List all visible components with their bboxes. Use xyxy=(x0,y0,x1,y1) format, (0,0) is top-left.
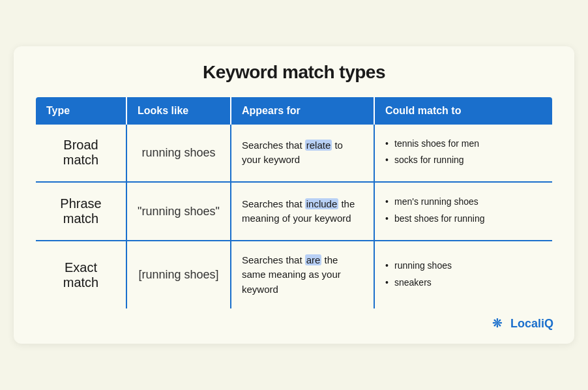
page-title: Keyword match types xyxy=(35,62,553,83)
table-body: Broad matchrunning shoesSearches that re… xyxy=(35,125,553,310)
table-header: Type Looks like Appears for Could match … xyxy=(35,97,553,125)
keyword-match-table: Type Looks like Appears for Could match … xyxy=(35,96,553,310)
cell-looks-like: running shoes xyxy=(126,125,231,183)
highlight-word: include xyxy=(305,198,339,209)
table-row: Broad matchrunning shoesSearches that re… xyxy=(35,125,553,183)
brand-logo: ❊ LocaliQ xyxy=(492,316,553,331)
cell-appears-for: Searches that are the same meaning as yo… xyxy=(231,241,374,310)
col-header-looks: Looks like xyxy=(126,97,231,125)
list-item: sneakers xyxy=(385,275,542,291)
brand-name: LocaliQ xyxy=(510,317,553,331)
list-item: socks for running xyxy=(385,153,542,168)
cell-type: Broad match xyxy=(35,125,126,183)
cell-type: Exact match xyxy=(35,241,126,310)
brand-icon: ❊ xyxy=(492,316,507,331)
highlight-word: relate xyxy=(305,140,332,151)
table-row: Phrase match"running shoes"Searches that… xyxy=(35,182,553,241)
cell-could-match: tennis shoes for mensocks for running xyxy=(374,125,553,183)
list-item: running shoes xyxy=(385,258,542,274)
list-item: men's running shoes xyxy=(385,194,542,210)
cell-type: Phrase match xyxy=(35,182,126,241)
col-header-type: Type xyxy=(35,97,126,125)
footer: ❊ LocaliQ xyxy=(35,316,553,331)
cell-looks-like: [running shoes] xyxy=(126,241,231,310)
col-header-appears: Appears for xyxy=(231,97,374,125)
cell-could-match: men's running shoesbest shoes for runnin… xyxy=(374,182,553,241)
cell-appears-for: Searches that include the meaning of you… xyxy=(231,182,374,241)
card: Keyword match types Type Looks like Appe… xyxy=(14,46,574,344)
table-row: Exact match[running shoes]Searches that … xyxy=(35,241,553,310)
list-item: best shoes for running xyxy=(385,211,542,227)
cell-could-match: running shoessneakers xyxy=(374,241,553,310)
highlight-word: are xyxy=(305,254,322,265)
list-item: tennis shoes for men xyxy=(385,136,542,152)
cell-looks-like: "running shoes" xyxy=(126,182,231,241)
col-header-match: Could match to xyxy=(374,97,553,125)
cell-appears-for: Searches that relate to your keyword xyxy=(231,125,374,183)
